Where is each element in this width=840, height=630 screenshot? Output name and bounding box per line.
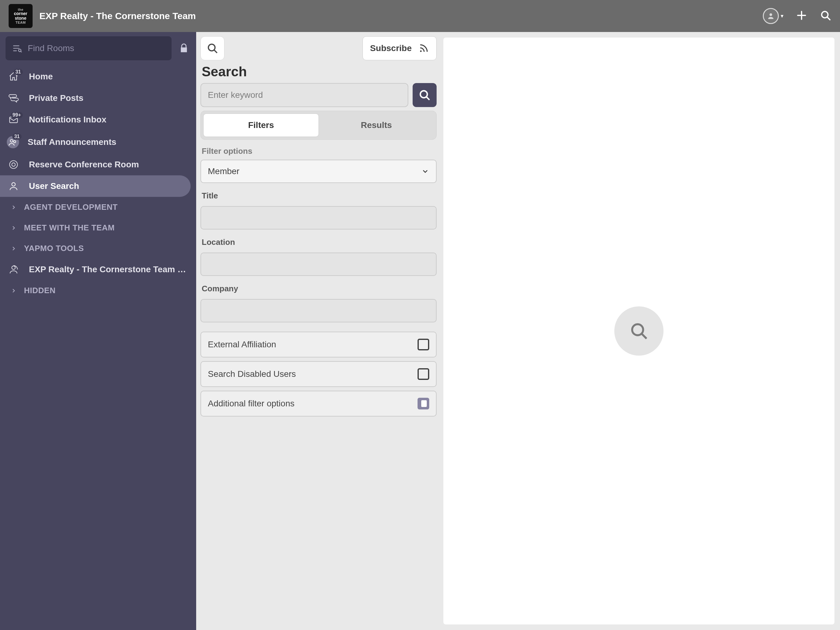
svg-line-21 <box>426 97 429 100</box>
app-logo[interactable]: the corner stone TEAM <box>9 4 33 28</box>
tab-filters[interactable]: Filters <box>203 114 319 137</box>
user-icon <box>7 181 20 192</box>
external-checkbox[interactable] <box>418 339 429 350</box>
search-heading: Search <box>201 64 437 79</box>
sidebar-label: Reserve Conference Room <box>29 160 189 169</box>
profile-menu[interactable]: ▾ <box>763 8 783 24</box>
member-select-value: Member <box>208 166 240 176</box>
tab-results[interactable]: Results <box>319 114 434 137</box>
ring-icon <box>7 159 20 170</box>
home-icon: 31 <box>7 71 20 82</box>
sidebar-item-staff-announcements[interactable]: 31 Staff Announcements <box>0 130 196 154</box>
svg-line-23 <box>642 334 647 339</box>
topbar: the corner stone TEAM EXP Realty - The C… <box>0 0 840 32</box>
sidebar-section-meet-team[interactable]: MEET WITH THE TEAM <box>0 217 196 238</box>
sidebar-item-home[interactable]: 31 Home <box>0 66 196 87</box>
chat-icon <box>7 93 20 103</box>
keyword-input[interactable] <box>201 83 408 107</box>
chevron-right-icon <box>11 204 17 210</box>
sidebar-label: Notifications Inbox <box>29 115 189 125</box>
disabled-users-row[interactable]: Search Disabled Users <box>201 361 437 387</box>
title-input[interactable] <box>201 206 437 230</box>
sidebar: 31 Home Private Posts 99+ Notifications … <box>0 32 196 630</box>
section-label: MEET WITH THE TEAM <box>24 223 115 233</box>
svg-point-15 <box>12 183 15 186</box>
logo-text-4: TEAM <box>15 21 25 24</box>
external-label: External Affiliation <box>208 340 276 350</box>
sidebar-item-support[interactable]: EXP Realty - The Cornerstone Team Su… <box>0 259 196 280</box>
svg-point-20 <box>420 91 427 98</box>
search-panel: Subscribe Search Filters Results Filter … <box>196 32 441 630</box>
lock-button[interactable] <box>177 43 191 54</box>
external-affiliation-row[interactable]: External Affiliation <box>201 332 437 358</box>
run-search-button[interactable] <box>413 83 437 107</box>
sidebar-label: Home <box>29 72 189 82</box>
disabled-label: Search Disabled Users <box>208 369 296 379</box>
rss-icon <box>418 43 429 54</box>
company-label: Company <box>201 280 437 295</box>
notif-badge: 99+ <box>11 112 23 118</box>
global-search-button[interactable] <box>820 9 831 22</box>
section-label: YAPMO TOOLS <box>24 244 84 253</box>
chevron-right-icon <box>11 225 17 231</box>
sidebar-section-hidden[interactable]: HIDDEN <box>0 280 196 301</box>
location-label: Location <box>201 233 437 249</box>
disabled-checkbox[interactable] <box>418 368 429 380</box>
home-badge: 31 <box>14 69 23 75</box>
svg-line-4 <box>827 17 830 20</box>
svg-point-16 <box>12 266 15 269</box>
sidebar-label: EXP Realty - The Cornerstone Team Su… <box>29 264 189 274</box>
svg-point-17 <box>208 44 215 51</box>
additional-label: Additional filter options <box>208 399 295 408</box>
search-icon <box>629 321 649 341</box>
sidebar-label: User Search <box>29 181 183 191</box>
svg-point-12 <box>14 141 16 143</box>
chevron-right-icon <box>11 246 17 251</box>
staff-badge: 31 <box>12 133 22 140</box>
chevron-down-icon <box>421 167 429 175</box>
company-input[interactable] <box>201 299 437 322</box>
content-card <box>444 38 834 624</box>
subscribe-label: Subscribe <box>370 43 412 53</box>
logo-text-1: the <box>18 8 24 11</box>
section-label: AGENT DEVELOPMENT <box>24 203 118 212</box>
sidebar-section-agent-dev[interactable]: AGENT DEVELOPMENT <box>0 197 196 217</box>
member-select[interactable]: Member <box>201 160 437 183</box>
list-search-icon <box>12 43 22 54</box>
svg-point-0 <box>770 13 772 16</box>
tab-strip: Filters Results <box>201 111 437 140</box>
lock-icon <box>178 43 189 54</box>
find-rooms-input[interactable] <box>28 43 165 53</box>
sidebar-item-private-posts[interactable]: Private Posts <box>0 87 196 109</box>
content-area <box>441 32 840 630</box>
chevron-right-icon <box>11 288 17 293</box>
find-rooms-input-wrap[interactable] <box>6 36 172 60</box>
logo-text-2: corner <box>14 11 27 16</box>
search-icon <box>418 89 431 101</box>
additional-filters-row[interactable]: Additional filter options <box>201 391 437 416</box>
caret-down-icon: ▾ <box>781 13 783 19</box>
additional-toggle[interactable] <box>418 398 429 410</box>
section-label: HIDDEN <box>24 286 56 295</box>
group-icon: 31 <box>7 136 19 148</box>
avatar-icon <box>763 8 779 24</box>
add-button[interactable] <box>796 9 807 22</box>
svg-point-19 <box>420 51 422 52</box>
title-label: Title <box>201 187 437 203</box>
sidebar-label: Staff Announcements <box>28 137 189 147</box>
sidebar-section-yapmo[interactable]: YAPMO TOOLS <box>0 238 196 259</box>
search-icon <box>206 42 219 54</box>
filter-options-label: Filter options <box>201 143 437 156</box>
support-icon <box>7 264 20 275</box>
svg-point-22 <box>632 324 643 335</box>
sidebar-label: Private Posts <box>29 93 189 103</box>
logo-text-3: stone <box>15 16 26 21</box>
sidebar-item-reserve-room[interactable]: Reserve Conference Room <box>0 154 196 175</box>
svg-line-9 <box>21 51 22 52</box>
sidebar-item-notifications[interactable]: 99+ Notifications Inbox <box>0 109 196 130</box>
panel-search-button[interactable] <box>201 36 224 60</box>
svg-line-18 <box>214 50 217 53</box>
subscribe-button[interactable]: Subscribe <box>363 36 437 60</box>
sidebar-item-user-search[interactable]: User Search <box>0 175 191 197</box>
location-input[interactable] <box>201 253 437 276</box>
